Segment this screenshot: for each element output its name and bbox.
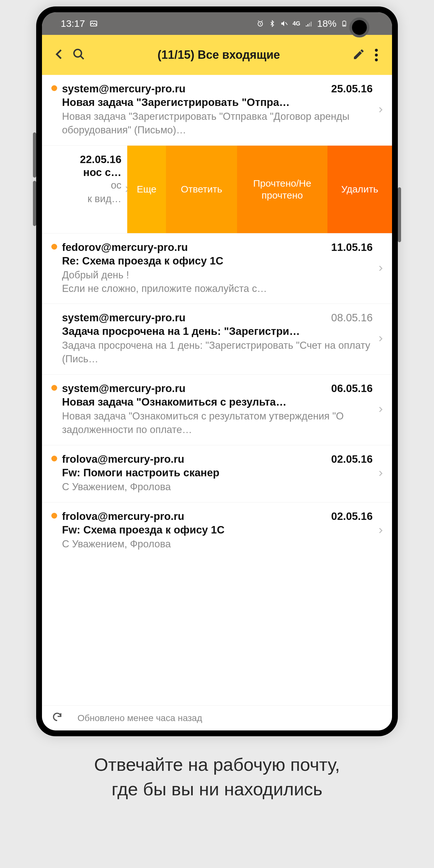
chevron-right-icon	[375, 241, 386, 296]
email-subject: Fw: Помоги настроить сканер	[62, 467, 373, 479]
email-date: 22.05.16	[42, 153, 121, 166]
power-button	[398, 187, 401, 242]
bluetooth-icon	[269, 20, 276, 27]
refresh-button[interactable]	[52, 711, 63, 724]
svg-rect-4	[343, 25, 345, 26]
email-row[interactable]: frolova@mercury-pro.ru 02.05.16 Fw: Схем…	[42, 502, 392, 559]
email-list[interactable]: system@mercury-pro.ru 25.05.16 Новая зад…	[42, 75, 392, 705]
swipe-toggle-read-button[interactable]: Прочтено/Не прочтено	[237, 146, 328, 233]
phone-frame: 13:17 4G 18%	[36, 6, 398, 736]
back-button[interactable]	[53, 48, 66, 62]
email-sender: frolova@mercury-pro.ru	[62, 453, 184, 465]
email-subject: Новая задача "Зарегистрировать "Отпра…	[62, 96, 373, 108]
email-row[interactable]: system@mercury-pro.ru 08.05.16 Задача пр…	[42, 304, 392, 375]
overflow-menu-button[interactable]	[372, 48, 381, 63]
email-subject: Re: Схема проезда к офису 1С	[62, 255, 373, 267]
alarm-icon	[256, 20, 264, 27]
email-subject: Fw: Схема проезда к офису 1С	[62, 524, 373, 536]
chevron-right-icon	[375, 453, 386, 494]
email-preview: Задача просрочена на 1 день: "Зарегистри…	[62, 339, 373, 366]
email-sender: frolova@mercury-pro.ru	[62, 510, 184, 523]
app-bar: (11/15) Все входящие	[42, 35, 392, 75]
unread-dot-icon	[51, 244, 57, 250]
email-preview: к вид…	[42, 192, 121, 206]
svg-point-5	[74, 50, 82, 57]
caption-line: Отвечайте на рабочую почту,	[0, 752, 434, 777]
refresh-status: Обновлено менее часа назад	[78, 713, 202, 723]
email-preview: Новая задача "Ознакомиться с результатом…	[62, 409, 373, 437]
mute-icon	[280, 20, 288, 27]
email-sender: system@mercury-pro.ru	[62, 312, 185, 324]
email-row-swiped[interactable]: 22.05.16 нос с… ос к вид… Еще Ответить П…	[42, 146, 392, 234]
email-row[interactable]: fedorov@mercury-pro.ru 11.05.16 Re: Схем…	[42, 234, 392, 304]
caption-line: где бы вы ни находились	[0, 777, 434, 802]
search-button[interactable]	[72, 48, 85, 62]
swipe-more-button[interactable]: Еще	[127, 146, 166, 233]
chevron-right-icon	[375, 382, 386, 437]
image-icon	[89, 20, 98, 28]
chevron-right-icon	[375, 83, 386, 137]
status-bar: 13:17 4G 18%	[42, 12, 392, 35]
email-row[interactable]: frolova@mercury-pro.ru 02.05.16 Fw: Помо…	[42, 445, 392, 502]
network-4g-icon: 4G	[292, 20, 300, 27]
battery-icon	[341, 19, 347, 28]
unread-dot-icon	[51, 385, 57, 391]
email-preview: Новая задача "Зарегистрировать "Отправка…	[62, 110, 373, 137]
compose-button[interactable]	[352, 48, 365, 62]
email-preview: Добрый день ! Если не сложно, приложите …	[62, 268, 373, 296]
email-date: 06.05.16	[331, 382, 373, 395]
refresh-bar: Обновлено менее часа назад	[42, 705, 392, 731]
email-row[interactable]: system@mercury-pro.ru 25.05.16 Новая зад…	[42, 75, 392, 146]
page-title: (11/15) Все входящие	[92, 48, 346, 62]
svg-rect-3	[344, 21, 345, 21]
email-sender: fedorov@mercury-pro.ru	[62, 241, 188, 253]
swipe-delete-button[interactable]: Удалить	[328, 146, 392, 233]
unread-dot-icon	[51, 456, 57, 461]
swipe-actions: Еще Ответить Прочтено/Не прочтено Удалит…	[127, 146, 392, 233]
email-date: 02.05.16	[331, 453, 373, 465]
volume-down-button	[33, 181, 36, 226]
email-preview: С Уважением, Фролова	[62, 537, 373, 551]
email-subject: Новая задача "Ознакомиться с результа…	[62, 396, 373, 408]
email-sender: system@mercury-pro.ru	[62, 382, 185, 395]
chevron-right-icon	[375, 312, 386, 366]
email-date: 02.05.16	[331, 510, 373, 523]
unread-dot-icon	[51, 513, 57, 519]
signal-icon	[305, 20, 313, 27]
status-time: 13:17	[61, 18, 85, 29]
email-preview: С Уважением, Фролова	[62, 480, 373, 494]
email-date: 08.05.16	[331, 312, 373, 324]
front-camera	[349, 18, 369, 37]
email-date: 11.05.16	[331, 241, 373, 253]
screen: 13:17 4G 18%	[42, 12, 392, 731]
marketing-caption: Отвечайте на рабочую почту, где бы вы ни…	[0, 752, 434, 801]
email-subject: нос с…	[42, 166, 121, 179]
chevron-right-icon	[375, 510, 386, 551]
status-battery-pct: 18%	[317, 18, 337, 29]
email-date: 25.05.16	[331, 83, 373, 95]
email-preview: ос	[42, 179, 121, 192]
email-subject: Задача просрочена на 1 день: "Зарегистри…	[62, 325, 373, 337]
swipe-reply-button[interactable]: Ответить	[166, 146, 237, 233]
volume-up-button	[33, 132, 36, 178]
unread-dot-icon	[51, 85, 57, 91]
email-row[interactable]: system@mercury-pro.ru 06.05.16 Новая зад…	[42, 375, 392, 445]
email-sender: system@mercury-pro.ru	[62, 83, 185, 95]
